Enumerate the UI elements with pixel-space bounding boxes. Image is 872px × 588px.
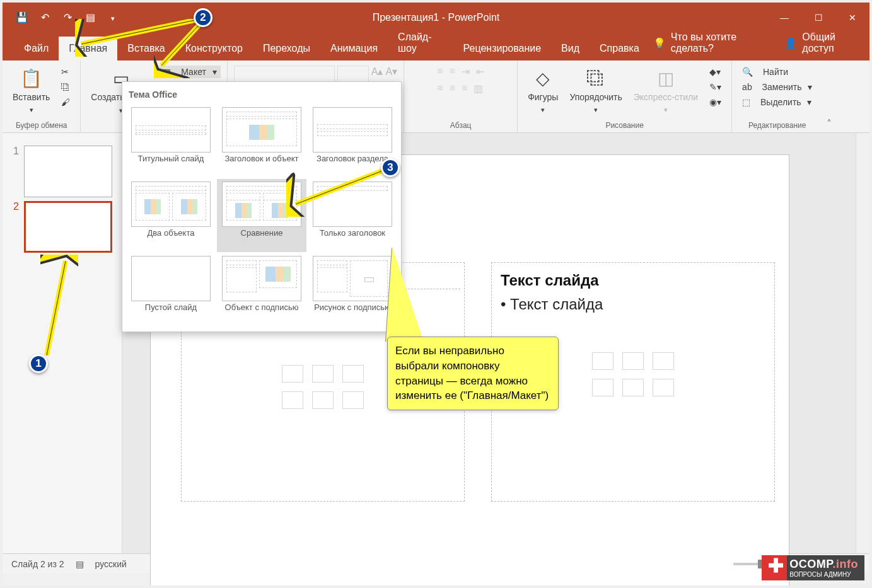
- lightbulb-icon: 💡: [653, 37, 666, 49]
- spell-check-icon[interactable]: ▤: [76, 559, 84, 569]
- layout-item-content-caption[interactable]: Объект с подписью: [217, 253, 306, 326]
- annotation-badge-2: 2: [194, 8, 212, 27]
- chevron-down-icon: ▾: [30, 106, 33, 114]
- slide-thumbnail-panel: 1 2: [3, 133, 122, 553]
- start-from-beginning-icon[interactable]: ▤: [82, 9, 98, 25]
- undo-icon[interactable]: ↶: [37, 9, 53, 25]
- layout-item-title-slide[interactable]: Титульный слайд: [126, 105, 216, 178]
- insert-picture-icon[interactable]: [592, 379, 613, 396]
- arrange-icon: ⿻: [584, 67, 607, 89]
- dropdown-title: Тема Office: [122, 82, 401, 105]
- group-label-clipboard: Буфер обмена: [16, 121, 67, 131]
- numbering-icon[interactable]: ≡: [450, 66, 455, 78]
- group-label-drawing: Рисование: [605, 121, 643, 131]
- indent-icon[interactable]: ⇥: [462, 66, 470, 78]
- shape-fill-icon[interactable]: ◆▾: [706, 66, 725, 78]
- maximize-icon[interactable]: ☐: [801, 3, 835, 33]
- titlebar: 💾 ↶ ↷ ▤ ▾ Презентация1 - PowerPoint — ☐ …: [3, 3, 869, 33]
- layout-item-comparison[interactable]: Сравнение: [217, 179, 306, 252]
- tab-home[interactable]: Главная: [59, 37, 117, 61]
- format-painter-icon[interactable]: 🖌: [57, 96, 74, 108]
- tab-transitions[interactable]: Переходы: [253, 37, 320, 61]
- group-label-paragraph: Абзац: [450, 121, 472, 131]
- quick-access-toolbar: 💾 ↶ ↷ ▤ ▾: [14, 9, 121, 26]
- select-icon: ⬚: [742, 97, 750, 107]
- tell-me-label: Что вы хотите сделать?: [671, 32, 764, 54]
- thumbnail-1[interactable]: 1: [8, 146, 117, 197]
- styles-icon: ◫: [654, 67, 677, 89]
- tab-insert[interactable]: Вставка: [117, 37, 175, 61]
- window-controls: — ☐ ✕: [767, 3, 869, 33]
- tab-view[interactable]: Вид: [551, 37, 590, 61]
- vertical-scrollbar[interactable]: [856, 133, 869, 553]
- insert-video-icon[interactable]: [653, 379, 674, 396]
- insert-picture-icon[interactable]: [282, 391, 303, 409]
- paste-button[interactable]: 📋 Вставить ▾: [9, 66, 54, 115]
- insert-online-picture-icon[interactable]: [622, 379, 644, 396]
- insert-video-icon[interactable]: [342, 391, 364, 409]
- font-size-select[interactable]: [337, 66, 369, 82]
- annotation-badge-1: 1: [29, 354, 48, 373]
- increase-font-icon[interactable]: A▴: [371, 66, 383, 82]
- close-icon[interactable]: ✕: [835, 3, 869, 33]
- shapes-button[interactable]: ◇Фигуры▾: [524, 66, 562, 115]
- tab-help[interactable]: Справка: [590, 37, 649, 61]
- insert-chart-icon[interactable]: [312, 365, 334, 383]
- language-indicator[interactable]: русский: [95, 559, 127, 569]
- select-button[interactable]: ⬚ Выделить ▾: [738, 96, 816, 108]
- insert-chart-icon[interactable]: [622, 352, 644, 370]
- font-family-select[interactable]: [234, 66, 335, 82]
- clipboard-icon: 📋: [20, 67, 43, 89]
- group-editing: 🔍 Найти ab Заменить ▾ ⬚ Выделить ▾ Редак…: [732, 61, 822, 132]
- shape-outline-icon[interactable]: ✎▾: [706, 81, 725, 93]
- thumbnail-2[interactable]: 2: [8, 201, 117, 253]
- collapse-ribbon-icon[interactable]: ˄: [822, 61, 836, 132]
- outdent-icon[interactable]: ⇤: [476, 66, 484, 78]
- align-center-icon[interactable]: ≡: [450, 83, 455, 95]
- insert-online-picture-icon[interactable]: [312, 391, 334, 409]
- columns-icon[interactable]: ▥: [474, 83, 483, 95]
- qa-customize-icon[interactable]: ▾: [105, 10, 121, 26]
- layout-item-title-content[interactable]: Заголовок и объект: [217, 105, 306, 178]
- tab-design[interactable]: Конструктор: [175, 37, 253, 61]
- slide-counter[interactable]: Слайд 2 из 2: [11, 559, 64, 569]
- redo-icon[interactable]: ↷: [59, 9, 76, 25]
- save-icon[interactable]: 💾: [14, 9, 30, 25]
- arrange-button[interactable]: ⿻Упорядочить▾: [566, 66, 625, 115]
- tab-review[interactable]: Рецензирование: [453, 37, 552, 61]
- decrease-font-icon[interactable]: A▾: [385, 66, 397, 82]
- group-drawing: ◇Фигуры▾ ⿻Упорядочить▾ ◫Экспресс-стили▾ …: [518, 61, 732, 132]
- find-button[interactable]: 🔍 Найти: [738, 66, 816, 78]
- bullets-icon[interactable]: ≡: [437, 66, 443, 78]
- layout-item-blank[interactable]: Пустой слайд: [126, 253, 216, 326]
- shapes-icon: ◇: [532, 67, 554, 89]
- comparison-header-right[interactable]: Текст слайда: [492, 263, 774, 294]
- search-icon: 🔍: [742, 67, 753, 77]
- align-right-icon[interactable]: ≡: [462, 83, 467, 95]
- align-left-icon[interactable]: ≡: [437, 83, 443, 95]
- annotation-callout-tail: [386, 247, 424, 342]
- copy-icon[interactable]: ⿻: [57, 81, 74, 93]
- minimize-icon[interactable]: —: [767, 3, 801, 33]
- layout-item-title-only[interactable]: Только заголовок: [308, 179, 397, 252]
- group-paragraph: ≡≡⇥⇤ ≡≡≡▥ Абзац: [404, 61, 518, 132]
- layout-button[interactable]: ▦ Макет ▾: [159, 66, 220, 78]
- share-icon: 👤: [784, 37, 797, 49]
- insert-smartart-icon[interactable]: [342, 365, 364, 383]
- document-title: Презентация1 - PowerPoint: [373, 12, 500, 23]
- tab-file[interactable]: Файл: [14, 37, 59, 61]
- content-bullet-text[interactable]: • Текст слайда: [492, 294, 774, 314]
- layout-item-picture-caption[interactable]: ▭Рисунок с подписью: [308, 253, 397, 326]
- insert-table-icon[interactable]: [282, 365, 303, 383]
- shape-effects-icon[interactable]: ◉▾: [706, 96, 725, 108]
- quick-styles-button[interactable]: ◫Экспресс-стили▾: [630, 66, 702, 115]
- tab-animations[interactable]: Анимация: [320, 37, 388, 61]
- group-clipboard: 📋 Вставить ▾ ✂ ⿻ 🖌 Буфер обмена: [3, 61, 81, 132]
- replace-button[interactable]: ab Заменить ▾: [738, 81, 816, 93]
- insert-smartart-icon[interactable]: [653, 352, 674, 370]
- layout-item-two-content[interactable]: Два объекта: [126, 179, 216, 252]
- cut-icon[interactable]: ✂: [57, 66, 74, 78]
- insert-table-icon[interactable]: [592, 352, 613, 370]
- layout-icon: ▦: [163, 67, 171, 77]
- replace-icon: ab: [742, 82, 752, 92]
